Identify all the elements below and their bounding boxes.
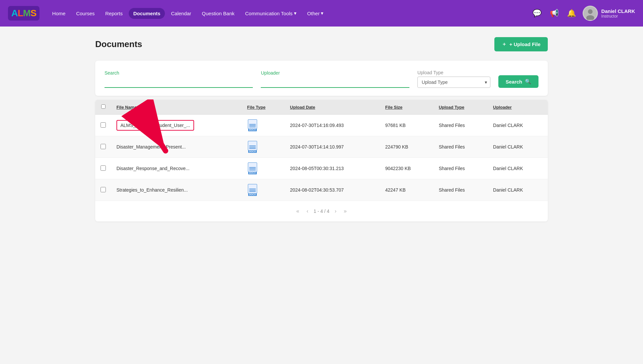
upload-file-button[interactable]: ＋ + Upload File: [494, 37, 548, 51]
cell-file-size: 224790 KB: [380, 136, 433, 158]
avatar: [583, 6, 598, 21]
table-row: Disaster_Management_Present... DOCX 2024…: [95, 136, 548, 158]
upload-type-select[interactable]: Upload Type Shared Files Personal Files: [417, 77, 490, 88]
table-row: ALMS_Perculus-Student_User_... DOCX 2024…: [95, 115, 548, 136]
cell-file-type: DOCX: [242, 179, 285, 201]
cell-upload-type: Shared Files: [433, 115, 488, 136]
row-checkbox-cell: [95, 136, 111, 158]
cell-file-type: DOCX: [242, 158, 285, 179]
col-uploader[interactable]: Uploader: [488, 100, 548, 115]
bell-icon-button[interactable]: 🔔: [565, 7, 577, 19]
uploader-input[interactable]: [261, 78, 409, 88]
user-profile[interactable]: Daniel CLARK Instructor: [583, 6, 635, 21]
cell-file-type: DOCX: [242, 115, 285, 136]
user-info: Daniel CLARK Instructor: [601, 8, 635, 19]
row-checkbox[interactable]: [101, 144, 106, 149]
nav-links: Home Courses Reports Documents Calendar …: [47, 8, 528, 19]
pagination-info: 1 - 4 / 4: [314, 209, 329, 214]
filter-card: Search Uploader Upload Type Upload Type …: [95, 61, 548, 96]
cell-file-type: DOCX: [242, 136, 285, 158]
cell-upload-type: Shared Files: [433, 158, 488, 179]
row-checkbox[interactable]: [101, 122, 106, 128]
cell-uploader: Daniel CLARK: [488, 136, 548, 158]
megaphone-icon-button[interactable]: 📢: [548, 7, 560, 19]
table-body: ALMS_Perculus-Student_User_... DOCX 2024…: [95, 115, 548, 201]
uploader-field: Uploader: [261, 70, 409, 88]
cell-upload-date: 2024-08-02T04:30:53.707: [285, 179, 380, 201]
nav-documents[interactable]: Documents: [129, 8, 165, 19]
cell-upload-type: Shared Files: [433, 179, 488, 201]
docx-file-icon: DOCX: [247, 119, 258, 131]
col-file-name[interactable]: File Name: [111, 100, 242, 115]
communication-tools-dropdown-icon: ▾: [294, 10, 297, 16]
cell-file-name[interactable]: Disaster_Response_and_Recove...: [111, 158, 242, 179]
other-dropdown-icon: ▾: [321, 10, 323, 16]
upload-button-label: + Upload File: [509, 41, 540, 47]
logo-s: S: [31, 8, 36, 19]
first-page-button[interactable]: «: [294, 207, 301, 215]
logo-l: L: [18, 8, 23, 19]
upload-type-field: Upload Type Upload Type Shared Files Per…: [417, 70, 490, 88]
table-row: Disaster_Response_and_Recove... DOCX 202…: [95, 158, 548, 179]
col-upload-type[interactable]: Upload Type: [433, 100, 488, 115]
svg-point-1: [588, 9, 593, 14]
cell-file-size: 97681 KB: [380, 115, 433, 136]
select-all-header: [95, 100, 111, 115]
page-title: Documents: [95, 39, 142, 49]
pagination: « ‹ 1 - 4 / 4 › »: [95, 201, 548, 221]
user-role: Instructor: [601, 14, 635, 19]
upload-type-label: Upload Type: [417, 70, 490, 75]
search-field: Search: [105, 70, 253, 88]
nav-home[interactable]: Home: [47, 8, 70, 19]
nav-question-bank[interactable]: Question Bank: [197, 8, 239, 19]
search-magnifier-icon: 🔍: [525, 79, 531, 85]
cell-upload-type: Shared Files: [433, 136, 488, 158]
cell-file-name[interactable]: ALMS_Perculus-Student_User_...: [111, 115, 242, 136]
prev-page-button[interactable]: ‹: [305, 207, 310, 215]
col-file-size[interactable]: File Size: [380, 100, 433, 115]
logo-m: M: [23, 8, 30, 19]
cell-uploader: Daniel CLARK: [488, 179, 548, 201]
select-all-checkbox[interactable]: [101, 104, 106, 109]
app-logo[interactable]: ALMS: [8, 6, 39, 21]
table-card: File Name File Type Upload Date File Siz…: [95, 100, 548, 221]
upload-type-select-wrapper: Upload Type Shared Files Personal Files …: [417, 77, 490, 88]
nav-courses[interactable]: Courses: [71, 8, 99, 19]
row-checkbox-cell: [95, 115, 111, 136]
cell-uploader: Daniel CLARK: [488, 115, 548, 136]
col-file-type[interactable]: File Type: [242, 100, 285, 115]
cell-upload-date: 2024-08-05T00:30:31.213: [285, 158, 380, 179]
next-page-button[interactable]: ›: [333, 207, 338, 215]
documents-table: File Name File Type Upload Date File Siz…: [95, 100, 548, 201]
cell-file-name[interactable]: Disaster_Management_Present...: [111, 136, 242, 158]
filter-row: Search Uploader Upload Type Upload Type …: [105, 70, 538, 88]
row-checkbox[interactable]: [101, 165, 106, 171]
search-button[interactable]: Search 🔍: [498, 75, 538, 88]
last-page-button[interactable]: »: [342, 207, 349, 215]
cell-uploader: Daniel CLARK: [488, 158, 548, 179]
logo-a: A: [11, 8, 18, 19]
col-upload-date[interactable]: Upload Date: [285, 100, 380, 115]
nav-icon-area: 💬 📢 🔔 Daniel CLARK Instructor: [531, 6, 635, 21]
cell-upload-date: 2024-07-30T14:14:10.997: [285, 136, 380, 158]
row-checkbox-cell: [95, 179, 111, 201]
search-input[interactable]: [105, 78, 253, 88]
docx-file-icon: DOCX: [247, 184, 258, 196]
nav-reports[interactable]: Reports: [101, 8, 127, 19]
nav-calendar[interactable]: Calendar: [166, 8, 196, 19]
search-button-label: Search: [506, 79, 522, 85]
navbar: ALMS Home Courses Reports Documents Cale…: [0, 0, 643, 27]
search-label: Search: [105, 70, 253, 76]
nav-communication-tools[interactable]: Communication Tools ▾: [241, 8, 301, 19]
docx-file-icon: DOCX: [247, 141, 258, 153]
cell-file-size: 42247 KB: [380, 179, 433, 201]
chat-icon-button[interactable]: 💬: [531, 7, 543, 19]
row-checkbox[interactable]: [101, 187, 106, 192]
nav-other[interactable]: Other ▾: [303, 8, 328, 19]
cell-upload-date: 2024-07-30T14:16:09.493: [285, 115, 380, 136]
cell-file-name[interactable]: Strategies_to_Enhance_Resilien...: [111, 179, 242, 201]
upload-plus-icon: ＋: [502, 41, 507, 47]
table-row: Strategies_to_Enhance_Resilien... DOCX 2…: [95, 179, 548, 201]
table-header: File Name File Type Upload Date File Siz…: [95, 100, 548, 115]
uploader-label: Uploader: [261, 70, 409, 76]
